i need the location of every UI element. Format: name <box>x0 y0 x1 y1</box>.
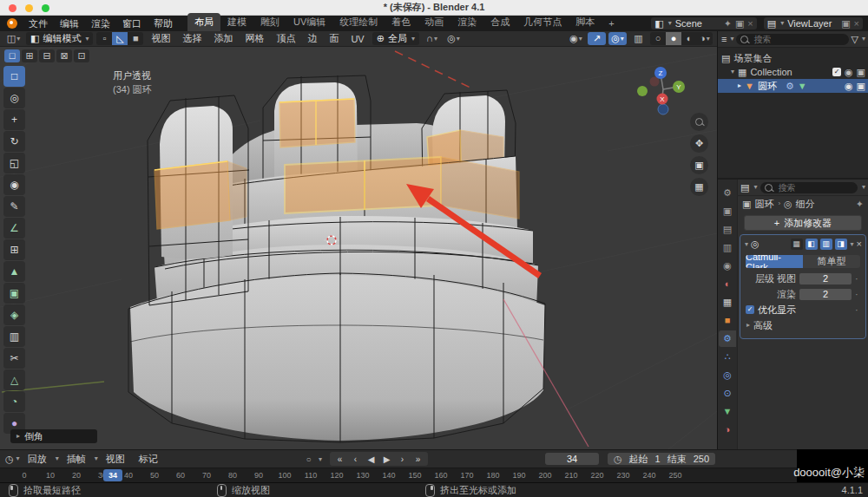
close-icon[interactable]: × <box>854 19 859 29</box>
maximize-window-icon[interactable] <box>42 4 49 12</box>
show-gizmo-toggle[interactable]: ↗ <box>588 32 606 45</box>
copy-icon[interactable]: ▣ <box>841 19 850 29</box>
tool-bevel[interactable]: ◈ <box>3 304 25 325</box>
outliner-search[interactable] <box>736 34 848 45</box>
menu-mesh[interactable]: 网格 <box>240 32 268 45</box>
tab-layout[interactable]: 布局 <box>187 13 220 31</box>
menu-window[interactable]: 窗口 <box>116 17 148 30</box>
operator-panel-bevel[interactable]: ▸ 倒角 <box>10 429 97 443</box>
vertex-select-button[interactable]: ▫ <box>96 32 112 45</box>
tool-poly-build[interactable]: △ <box>3 369 25 390</box>
menu-markers[interactable]: 标记 <box>133 453 164 466</box>
viewlayer-selector[interactable]: ▤ ▾ ViewLayer ▣ × <box>764 17 863 29</box>
tab-collection[interactable]: ▦ <box>719 294 736 311</box>
add-modifier-button[interactable]: + 添加修改器 <box>744 215 862 231</box>
tab-texture-paint[interactable]: 纹理绘制 <box>332 13 385 31</box>
timeline-editor-icon[interactable]: ◷ <box>5 454 14 464</box>
tool-select-box[interactable]: □ <box>3 66 25 87</box>
optimal-display-checkbox[interactable]: ✓ <box>746 305 754 314</box>
editor-type-button[interactable]: ◫ ▾ <box>4 32 23 45</box>
pin-icon[interactable]: ✦ <box>724 19 732 29</box>
tab-output[interactable]: ▤ <box>719 221 736 238</box>
remove-modifier-icon[interactable]: × <box>857 239 862 249</box>
blender-logo-icon[interactable] <box>7 18 17 29</box>
tab-modeling[interactable]: 建模 <box>220 13 253 31</box>
clock-icon[interactable]: ◷ <box>614 454 622 464</box>
shading-solid-button[interactable]: ● <box>666 32 681 45</box>
tab-object[interactable]: ■ <box>719 312 736 329</box>
menu-keying[interactable]: 插帧 <box>61 453 92 466</box>
modifier-extras-chevron-icon[interactable]: ▾ <box>851 241 854 248</box>
tool-loop-cut[interactable]: ▥ <box>3 326 25 347</box>
levels-viewport-value[interactable]: 2 <box>799 273 852 284</box>
current-frame-field[interactable]: 34 <box>545 453 599 465</box>
play-button[interactable]: ▶ <box>379 453 394 466</box>
axis-neg-z-handle[interactable] <box>658 104 668 114</box>
pan-hand-icon[interactable]: ✥ <box>690 134 708 153</box>
hide-eye-icon[interactable]: ◉ <box>845 68 853 77</box>
levels-render-value[interactable]: 2 <box>799 289 852 300</box>
properties-search[interactable] <box>760 182 858 193</box>
outliner-row-scene-collection[interactable]: ▤ 场景集合 <box>718 51 868 65</box>
menu-vertex[interactable]: 顶点 <box>272 32 299 45</box>
tool-annotate[interactable]: ✎ <box>3 196 25 217</box>
tab-animation[interactable]: 动画 <box>418 13 450 31</box>
select-mode-new-button[interactable]: □ <box>4 49 20 62</box>
show-overlays-toggle[interactable]: ◎▾ <box>608 32 627 45</box>
menu-uv[interactable]: UV <box>346 34 368 44</box>
breadcrumb-object[interactable]: 圆环 <box>754 198 773 211</box>
tab-scripting[interactable]: 脚本 <box>569 13 602 31</box>
tab-material[interactable]: ◑ <box>719 422 736 438</box>
axis-neg-y-handle[interactable] <box>637 86 648 96</box>
advanced-subpanel[interactable]: ▸ 高级 <box>746 318 860 332</box>
filter-funnel-icon[interactable]: ▽ <box>852 35 858 44</box>
outliner-row-collection[interactable]: ▾ ▦ Collection ✓ ◉ ▣ <box>718 65 868 79</box>
display-realtime-toggle[interactable]: ▥ <box>820 239 832 250</box>
edge-select-button[interactable]: ◺ <box>112 32 128 45</box>
tab-compositing[interactable]: 合成 <box>483 13 516 31</box>
play-reverse-button[interactable]: ◀ <box>364 453 378 466</box>
properties-search-input[interactable] <box>776 182 853 193</box>
expand-open-icon[interactable]: ▾ <box>731 69 734 75</box>
3d-viewport-canvas[interactable] <box>0 47 717 449</box>
select-mode-subtract-button[interactable]: ⊟ <box>39 49 55 62</box>
transform-orientation[interactable]: ⊕ 全局 ▾ <box>372 32 419 45</box>
tool-transform[interactable]: ◉ <box>3 174 25 195</box>
menu-view-timeline[interactable]: 视图 <box>100 453 131 466</box>
start-value[interactable]: 1 <box>655 454 661 464</box>
minimize-window-icon[interactable] <box>25 4 33 12</box>
close-icon[interactable]: × <box>747 19 753 29</box>
tab-view-layer[interactable]: ▥ <box>719 239 736 256</box>
menu-render[interactable]: 渲染 <box>85 17 116 30</box>
navigation-gizmo[interactable]: Z Y X <box>634 64 686 116</box>
tab-rendering[interactable]: 渲染 <box>450 13 483 31</box>
display-editmode-toggle[interactable]: ◧ <box>806 239 818 250</box>
menu-edge[interactable]: 边 <box>303 32 321 45</box>
tool-add-cube[interactable]: ⊞ <box>3 239 25 260</box>
tab-scene[interactable]: ◉ <box>719 258 736 274</box>
tab-tool[interactable]: ⚙ <box>719 185 736 201</box>
animate-dot[interactable]: · <box>855 273 860 284</box>
tab-particles[interactable]: ∴ <box>719 349 736 365</box>
copy-icon[interactable]: ▣ <box>735 19 744 29</box>
3d-viewport[interactable]: □ ⊞ ⊟ ⊠ ⊡ 用户透视 (34) 圆环 □ ◎ + ↻ ◱ ◉ ✎ ∠ ⊞… <box>0 47 717 449</box>
disable-render-camera-icon[interactable]: ▣ <box>857 68 865 77</box>
tool-extrude-region[interactable]: ▲ <box>3 261 25 282</box>
catmull-clark-button[interactable]: Catmull-Clark <box>746 255 803 268</box>
zoom-icon[interactable] <box>690 113 708 131</box>
select-mode-invert-button[interactable]: ⊠ <box>56 49 72 62</box>
tab-uv-editing[interactable]: UV编辑 <box>286 13 332 31</box>
menu-playback[interactable]: 回放 <box>22 453 53 466</box>
menu-select[interactable]: 选择 <box>178 32 206 45</box>
breadcrumb-modifier[interactable]: 细分 <box>796 198 815 211</box>
face-select-button[interactable]: ■ <box>128 32 143 45</box>
shading-wireframe-button[interactable]: ○ <box>650 32 666 45</box>
disable-render-camera-icon[interactable]: ▣ <box>857 82 865 91</box>
select-mode-extend-button[interactable]: ⊞ <box>22 49 37 62</box>
select-mode-intersect-button[interactable]: ⊡ <box>74 49 89 62</box>
tool-inset-faces[interactable]: ▣ <box>3 283 25 304</box>
animate-dot[interactable]: · <box>855 289 860 299</box>
jump-to-start-button[interactable]: « <box>332 453 347 466</box>
collection-checkbox[interactable]: ✓ <box>832 68 841 76</box>
properties-editor-icon[interactable]: ▤ <box>740 183 749 193</box>
